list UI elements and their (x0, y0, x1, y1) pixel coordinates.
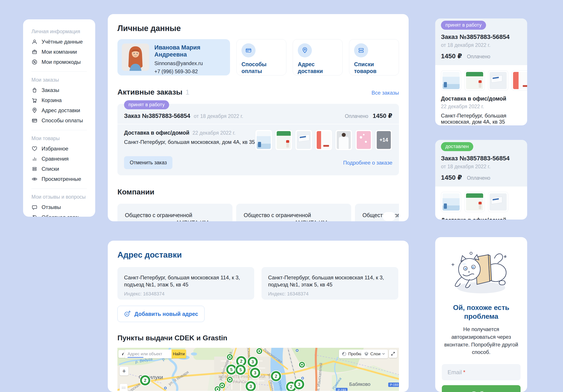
fullscreen-button[interactable] (389, 350, 397, 358)
product-thumbnail[interactable] (464, 192, 485, 212)
sidebar-item-cart[interactable]: Корзина (31, 95, 87, 105)
address-text: Санкт-Петербург, большая московская 114,… (124, 274, 248, 288)
sidebar-item-label: Мои компании (42, 49, 77, 55)
sidebar-item-label: Обратная связь (42, 214, 80, 217)
order-date: от 18 декабря 2022 г. (194, 113, 243, 119)
map-cluster[interactable]: 2 (271, 371, 281, 381)
product-thumbnail[interactable] (355, 130, 372, 150)
delivery-date: 22 декабря 2022 г. (192, 130, 236, 136)
shortcut-product-lists[interactable]: Списки товаров (349, 39, 399, 76)
more-products-thumbnail[interactable]: +14 (375, 130, 392, 150)
divider (31, 130, 87, 130)
pickup-point-marker[interactable] (219, 382, 225, 388)
sidebar-item-label: Избранное (42, 146, 68, 152)
product-thumbnail[interactable] (488, 70, 508, 91)
product-thumbnail[interactable] (512, 70, 527, 91)
zoom-in-button[interactable]: + (120, 367, 128, 376)
all-orders-link[interactable]: Все заказы (371, 90, 399, 96)
scroll-indicator[interactable] (383, 212, 396, 221)
product-thumbnail[interactable] (275, 130, 292, 150)
profile-card: Иванова Мария Андреевна Sinnonas@yandex.… (117, 39, 230, 76)
sidebar-item-delivery-address[interactable]: Адрес доставки (31, 105, 87, 116)
road-badge: Р-193 (388, 382, 399, 387)
section-title: Компании (117, 188, 154, 196)
bar-chart-icon (31, 156, 38, 162)
add-address-button[interactable]: Добавить новый адрес (117, 306, 205, 322)
pickup-point-marker[interactable] (227, 354, 233, 360)
address-text: Санкт-Петербург, большая московская 114,… (268, 274, 392, 288)
map-search-button[interactable]: Найти (172, 350, 186, 358)
fullscreen-icon (391, 352, 395, 356)
map-cluster[interactable]: 3 (294, 379, 304, 389)
refresh-icon (31, 214, 38, 217)
company-name: Общество с ограниченной ответственностью… (125, 212, 225, 221)
map-cluster[interactable]: 3 (250, 368, 260, 378)
shortcut-delivery-address[interactable]: Адрес доставки (293, 39, 343, 76)
sidebar-item-account[interactable]: Учётные данные (31, 37, 87, 47)
map-cluster[interactable]: 3 (248, 357, 258, 367)
sidebar-item-comparisons[interactable]: Сравнения (31, 154, 87, 164)
product-thumbnail[interactable] (441, 192, 461, 212)
sidebar-item-companies[interactable]: Мои компании (31, 47, 87, 57)
product-thumbnail[interactable] (315, 130, 332, 150)
sidebar-item-label: Адрес доставки (42, 107, 80, 114)
product-thumbnail[interactable] (295, 130, 312, 150)
delivery-info: Доставка в офис/домой22 декабря 2022 г. … (124, 130, 255, 150)
paid-label: Оплачено (345, 113, 368, 119)
delivery-date: 22 декабря 2022 г. (441, 104, 521, 110)
address-item[interactable]: Санкт-Петербург, большая московская 114,… (261, 267, 398, 300)
briefcase-icon (31, 49, 38, 55)
sidebar-item-feedback[interactable]: Обратная связь (31, 212, 87, 217)
sidebar-item-label: Списки (42, 166, 59, 172)
address-item[interactable]: Санкт-Петербург, большая московская 114,… (117, 267, 254, 300)
layers-label: Слои (370, 352, 381, 356)
layers-button[interactable]: Слои (361, 350, 388, 358)
sidebar-item-reviews[interactable]: Отзывы (31, 202, 87, 212)
map-poi-dot (296, 349, 298, 352)
map-poi-dot (301, 377, 304, 379)
map-poi-dot (164, 387, 167, 389)
product-thumbnail[interactable] (441, 70, 461, 91)
order-number: Заказ №3857883-56854 (441, 33, 521, 40)
pickup-point-marker[interactable] (256, 348, 262, 354)
page-title: Личные данные (117, 24, 399, 33)
product-thumbnail[interactable] (335, 130, 352, 150)
company-card[interactable]: Общество с ограниченной ответственностью… (236, 204, 351, 221)
product-thumbnails: +14 (255, 130, 392, 150)
sidebar-item-payment-methods[interactable]: Способы оплаты (31, 116, 87, 126)
map-search: Найти (125, 350, 186, 358)
email-field[interactable]: Email * (442, 364, 521, 380)
traffic-icon (342, 352, 346, 356)
cart-icon (31, 97, 38, 103)
geolocation-icon (120, 352, 125, 356)
sidebar-item-promocodes[interactable]: Мои промокоды (31, 57, 87, 67)
ruler-button[interactable] (120, 384, 128, 391)
map-cluster[interactable]: 5 (226, 365, 236, 375)
product-thumbnail[interactable] (255, 130, 272, 150)
sidebar-item-label: Способы оплаты (42, 118, 83, 124)
layers-icon (364, 352, 369, 356)
side-order-card: доставлен Заказ №3857883-56854 от 18 дек… (435, 140, 527, 220)
sidebar-item-lists[interactable]: Списки (31, 164, 87, 174)
pickup-point-marker[interactable] (215, 386, 220, 391)
shortcut-payment-methods[interactable]: Способы оплаты (236, 39, 286, 76)
map-cluster[interactable]: 2 (140, 375, 150, 385)
map-cluster[interactable]: 3 (246, 381, 256, 391)
product-thumbnail[interactable] (464, 70, 485, 91)
login-button[interactable]: Войти (442, 385, 521, 392)
order-details-link[interactable]: Подробнее о заказе (343, 160, 392, 166)
company-card[interactable]: Общество с ограниченной ответственностью… (117, 204, 232, 221)
sidebar-section-title: Мои заказы (31, 77, 87, 83)
map-cluster[interactable]: 5 (236, 365, 246, 375)
sidebar-item-favorites[interactable]: Избранное (31, 144, 87, 154)
product-thumbnails (435, 65, 527, 91)
sidebar-item-orders[interactable]: Заказы (31, 85, 87, 95)
add-address-label: Добавить новый адрес (134, 311, 198, 317)
cancel-order-button[interactable]: Отменить заказ (124, 156, 172, 169)
sidebar-item-viewed[interactable]: Просмотренные (31, 174, 87, 184)
pickup-point-marker[interactable] (227, 377, 233, 382)
product-thumbnail[interactable] (488, 192, 508, 212)
pickup-map[interactable]: Ендовище р. Ведуга р. Дон Семилуки Курск… (117, 348, 399, 391)
pickup-point-marker[interactable] (299, 362, 305, 367)
map-place-label: Бабяково (349, 381, 371, 387)
